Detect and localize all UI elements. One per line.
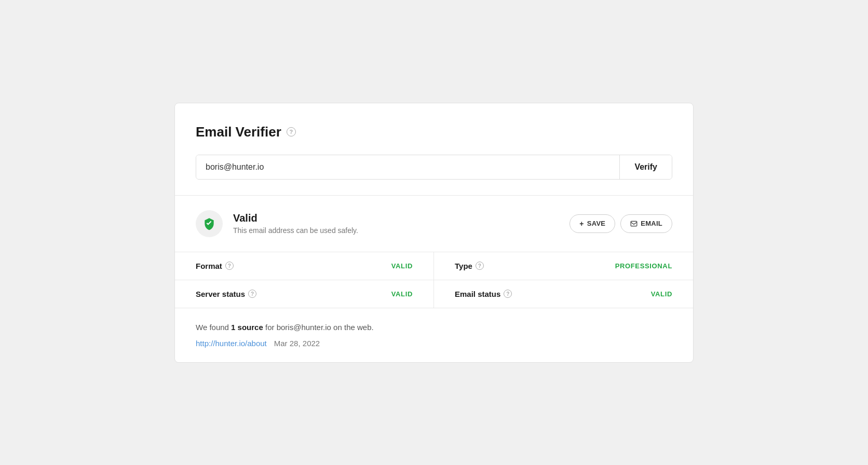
email-status-value: VALID	[651, 290, 672, 298]
shield-check-icon	[202, 217, 216, 230]
email-status-cell: Email status ? VALID	[434, 280, 693, 308]
type-cell: Type ? PROFESSIONAL	[434, 252, 693, 280]
svg-rect-0	[631, 221, 637, 226]
type-label: Type ?	[455, 262, 484, 270]
email-status-label: Email status ?	[455, 290, 512, 298]
save-button[interactable]: + SAVE	[569, 214, 615, 233]
server-status-label: Server status ?	[196, 290, 256, 298]
help-icon[interactable]: ?	[287, 127, 296, 136]
format-value: VALID	[391, 262, 413, 270]
save-icon: +	[579, 220, 584, 228]
help-icon-label: ?	[289, 129, 293, 135]
source-link-row: http://hunter.io/about Mar 28, 2022	[196, 339, 672, 348]
email-input[interactable]	[196, 155, 619, 179]
page-title: Email Verifier	[196, 124, 281, 140]
details-table: Format ? VALID Type ? PROFESSIONAL Serve…	[175, 252, 693, 308]
save-button-label: SAVE	[587, 220, 605, 227]
result-section: Valid This email address can be used saf…	[175, 195, 693, 252]
email-verifier-card: Email Verifier ? Verify Valid This e	[174, 103, 694, 363]
details-row-2: Server status ? VALID Email status ? VAL…	[175, 280, 693, 308]
shield-circle	[196, 210, 223, 237]
email-button[interactable]: EMAIL	[620, 214, 672, 233]
result-text: Valid This email address can be used saf…	[233, 212, 358, 235]
details-row-1: Format ? VALID Type ? PROFESSIONAL	[175, 252, 693, 280]
sources-text: We found 1 source for boris@hunter.io on…	[196, 323, 672, 332]
source-date: Mar 28, 2022	[274, 339, 320, 348]
server-status-value: VALID	[391, 290, 413, 298]
verify-button[interactable]: Verify	[619, 155, 672, 179]
result-left: Valid This email address can be used saf…	[196, 210, 358, 237]
server-status-cell: Server status ? VALID	[175, 280, 434, 308]
server-status-help-icon[interactable]: ?	[248, 290, 256, 298]
card-header: Email Verifier ? Verify	[175, 103, 693, 195]
email-button-label: EMAIL	[641, 220, 662, 227]
sources-count: 1 source	[231, 323, 263, 332]
result-actions: + SAVE EMAIL	[569, 214, 672, 233]
envelope-icon	[630, 220, 638, 227]
type-help-icon[interactable]: ?	[476, 262, 484, 270]
source-link[interactable]: http://hunter.io/about	[196, 339, 267, 348]
search-row: Verify	[196, 155, 672, 180]
valid-description: This email address can be used safely.	[233, 226, 358, 235]
sources-section: We found 1 source for boris@hunter.io on…	[175, 308, 693, 362]
format-label: Format ?	[196, 262, 234, 270]
type-value: PROFESSIONAL	[615, 262, 672, 270]
format-help-icon[interactable]: ?	[225, 262, 234, 270]
valid-label: Valid	[233, 212, 358, 224]
title-row: Email Verifier ?	[196, 124, 672, 140]
email-status-help-icon[interactable]: ?	[504, 290, 512, 298]
format-cell: Format ? VALID	[175, 252, 434, 280]
